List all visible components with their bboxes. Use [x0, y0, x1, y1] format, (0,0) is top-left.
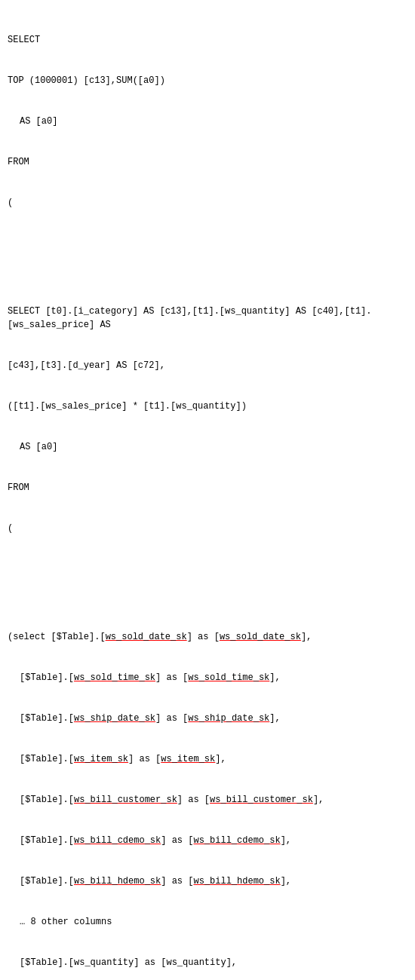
open-paren: ( — [8, 196, 407, 210]
blank-line2 — [8, 562, 407, 576]
inner-as: AS [a0] — [20, 440, 407, 454]
inner-open-paren: ( — [8, 522, 407, 535]
ws-ship-date: [$Table].[ws_ship_date_sk] as [ws_ship_d… — [20, 712, 407, 725]
ws-quantity: [$Table].[ws_quantity] as [ws_quantity], — [20, 956, 407, 969]
inner-select-line3: ([t1].[ws_sales_price] * [t1].[ws_quanti… — [8, 400, 407, 413]
sql-viewer: SELECT TOP (1000001) [c13],SUM([a0]) AS … — [8, 6, 407, 980]
ws-bill-customer: [$Table].[ws_bill_customer_sk] as [ws_bi… — [20, 793, 407, 807]
inner-select-line: SELECT [t0].[i_category] AS [c13],[t1].[… — [8, 305, 407, 332]
inner-from: FROM — [8, 481, 407, 495]
ws-other-cols: … 8 other columns — [20, 915, 407, 929]
ws-item-sk: [$Table].[ws_item_sk] as [ws_item_sk], — [20, 752, 407, 766]
blank-line — [8, 237, 407, 250]
inner-select-line2: [c43],[t3].[d_year] AS [c72], — [8, 359, 407, 372]
top-select-block: SELECT TOP (1000001) [c13],SUM([a0]) AS … — [8, 6, 407, 980]
top-clause: TOP (1000001) [c13],SUM([a0]) — [8, 74, 407, 87]
ws-bill-hdemo: [$Table].[ws_bill_hdemo_sk] as [ws_bill_… — [20, 874, 407, 888]
from-keyword: FROM — [8, 155, 407, 169]
keyword-select: SELECT — [8, 33, 407, 47]
as-clause: AS [a0] — [20, 115, 407, 128]
subselect-web-sales: (select [$Table].[ws_sold_date_sk] as [w… — [8, 630, 407, 644]
ws-sold-time: [$Table].[ws_sold_time_sk] as [ws_sold_t… — [20, 671, 407, 684]
ws-bill-cdemo: [$Table].[ws_bill_cdemo_sk] as [ws_bill_… — [20, 834, 407, 847]
